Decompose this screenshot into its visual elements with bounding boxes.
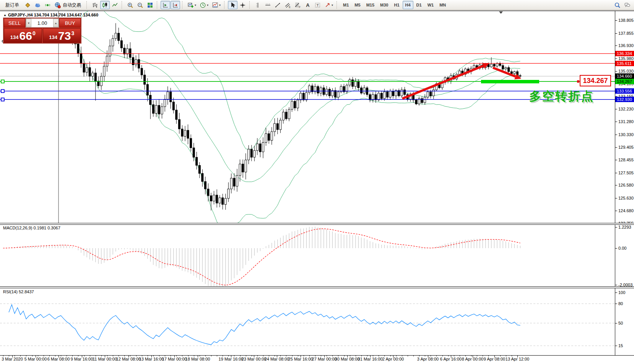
sell-button[interactable]: SELL (4, 18, 25, 28)
support-zone-bar[interactable] (481, 80, 539, 83)
text-icon[interactable]: A (303, 1, 312, 9)
line-handle[interactable] (1, 98, 4, 101)
arrows-icon (324, 2, 331, 8)
line-chart-icon[interactable] (110, 1, 120, 9)
time-axis-minor-tick (44, 356, 44, 356)
search-icon[interactable] (613, 1, 622, 9)
time-axis-minor-tick (119, 356, 119, 356)
macd-splitter[interactable] (0, 223, 634, 225)
timeframe-m1-button[interactable]: M1 (340, 1, 351, 9)
time-axis-minor-tick (419, 356, 419, 356)
arrows-icon[interactable]: ▾ (323, 1, 335, 9)
crosshair-icon[interactable] (238, 1, 247, 9)
timeframe-m15-button[interactable]: M15 (364, 1, 377, 9)
buy-price[interactable]: 134 73 3 (43, 28, 81, 43)
sell-price[interactable]: 134 66 0 (4, 28, 42, 43)
time-axis-minor-tick (338, 356, 338, 356)
volume-increase-button[interactable]: ▲ (53, 19, 59, 27)
price-axis-label: 130.330 (618, 132, 634, 137)
signals-icon[interactable] (43, 1, 52, 9)
chat-icon[interactable] (623, 1, 632, 9)
main-chart-panel[interactable] (0, 8, 615, 231)
macd-axis-tick (615, 227, 617, 227)
rsi-panel[interactable] (0, 304, 615, 346)
history-center-icon (24, 2, 31, 8)
fibonacci-icon: F (294, 2, 301, 8)
volume-decrease-button[interactable]: ▼ (26, 19, 31, 27)
time-axis-minor-tick (3, 356, 3, 356)
new-order-button[interactable]: 新订单 (2, 1, 23, 9)
timeframe-w1-button[interactable]: W1 (425, 1, 437, 9)
line-handle[interactable] (1, 89, 4, 93)
new-chart-button-caret-icon[interactable]: ▾ (195, 3, 196, 7)
equidistant-channel-icon: E (284, 2, 291, 8)
svg-text:T: T (317, 3, 319, 7)
time-axis-minor-tick (124, 356, 125, 356)
price-callout-box[interactable]: 134.267 (580, 75, 611, 86)
buy-price-prefix: 134 (49, 34, 57, 40)
time-axis-label: 2 Apr 00:00 (382, 357, 404, 361)
rsi-splitter[interactable] (0, 286, 634, 288)
timeframe-h4-button[interactable]: H4 (403, 1, 413, 9)
chart-plot[interactable] (0, 0, 615, 364)
timeframe-mn-button[interactable]: MN (437, 1, 449, 9)
crosshair-icon (239, 2, 246, 8)
time-axis-minor-tick (494, 356, 495, 356)
timeframe-d1-button[interactable]: D1 (414, 1, 424, 9)
new-chart-button[interactable]: ▾ (186, 1, 198, 9)
macd-panel[interactable] (3, 227, 520, 288)
time-axis-minor-tick (90, 356, 90, 356)
horizontal-line-icon[interactable] (263, 1, 273, 9)
timeframe-m5-button[interactable]: M5 (352, 1, 363, 9)
time-axis-minor-tick (460, 356, 460, 356)
chat-icon (624, 2, 631, 8)
timeframe-m30-button[interactable]: M30 (377, 1, 391, 9)
trendline-icon[interactable] (273, 1, 283, 9)
autotrading-button[interactable]: 自动交易 (53, 1, 85, 9)
history-center-icon[interactable] (23, 1, 33, 9)
arrows-icon-caret-icon[interactable]: ▾ (332, 3, 333, 7)
profiles-button[interactable]: ▾ (198, 1, 210, 9)
time-axis-minor-tick (384, 356, 385, 356)
tile-windows-icon (147, 2, 153, 8)
vertical-line-icon[interactable] (253, 1, 263, 9)
community-icon[interactable] (33, 1, 42, 9)
chart-title: ▲ GBPJPY-,H4 134.704 134.704 134.647 134… (3, 13, 98, 17)
fibonacci-icon[interactable]: F (293, 1, 302, 9)
price-axis-label: 128.455 (618, 158, 634, 162)
time-axis-minor-tick (315, 356, 315, 356)
chart-shift-icon[interactable] (171, 1, 180, 9)
trend-up-arrow[interactable] (402, 66, 483, 99)
auto-scroll-icon[interactable] (161, 1, 170, 9)
time-axis-minor-tick (78, 356, 78, 356)
candlestick-chart-icon[interactable] (100, 1, 110, 9)
profiles-button-caret-icon[interactable]: ▾ (207, 3, 208, 7)
time-axis-minor-tick (356, 356, 356, 356)
tile-windows-icon[interactable] (145, 1, 155, 9)
cursor-icon[interactable] (228, 1, 237, 9)
zoom-out-icon[interactable] (135, 1, 145, 9)
price-axis-tick (615, 71, 617, 72)
time-axis-minor-tick (425, 356, 425, 356)
bar-chart-icon[interactable] (90, 1, 100, 9)
toolbar-separator (157, 1, 159, 9)
buy-button[interactable]: BUY (59, 18, 81, 28)
turning-point-annotation[interactable]: 多空转折点 (529, 88, 594, 104)
time-axis-minor-tick (32, 356, 33, 356)
indicators-button[interactable]: ▾ (210, 1, 222, 9)
rsi-axis-label: 50 (618, 321, 623, 325)
time-axis-minor-tick (9, 356, 9, 356)
timeframe-h1-button[interactable]: H1 (391, 1, 402, 9)
time-axis-label: 23 Mar 00:00 (242, 357, 267, 361)
price-axis-tick (615, 109, 617, 109)
chart-shift-marker[interactable] (499, 11, 503, 14)
text-label-icon[interactable]: T (313, 1, 322, 9)
time-axis-minor-tick (55, 356, 55, 356)
volume-input[interactable]: 1.00 (31, 19, 53, 27)
indicators-button-caret-icon[interactable]: ▾ (219, 3, 221, 7)
zoom-in-icon[interactable] (125, 1, 135, 9)
bollinger-lower-band[interactable] (3, 38, 520, 231)
equidistant-channel-icon[interactable]: E (283, 1, 293, 9)
time-axis-label: 17 Mar 00:00 (162, 357, 187, 361)
line-handle[interactable] (1, 80, 4, 83)
